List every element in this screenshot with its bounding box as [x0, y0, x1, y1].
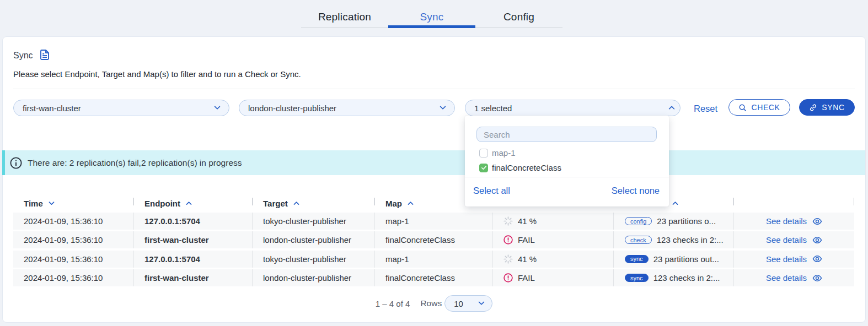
operation-badge: sync [625, 255, 649, 263]
tab-bar: Replication Sync Config [301, 0, 562, 28]
spinner-icon [503, 216, 513, 226]
map-option-finalconcreteclass[interactable]: finalConcreteClass [479, 163, 561, 172]
option-label: map-1 [492, 148, 516, 157]
table-row: 2024-01-09, 15:36:10 127.0.0.1:5704 toky… [13, 251, 854, 268]
table-header-row: Time Endpoint Target Map [13, 194, 854, 213]
map-option-map-1[interactable]: map-1 [479, 148, 516, 157]
chevron-down-icon [213, 104, 221, 112]
tab-sync[interactable]: Sync [388, 0, 475, 28]
cell-map: map-1 [375, 213, 493, 230]
column-label: Endpoint [144, 199, 180, 208]
operation-text: 123 checks in 2:... [657, 235, 724, 244]
tab-label: Replication [318, 11, 371, 23]
tab-config[interactable]: Config [475, 0, 562, 28]
cell-map: finalConcreteClass [375, 231, 493, 248]
column-header-time[interactable]: Time [13, 194, 134, 213]
cell-endpoint: first-wan-cluster [134, 231, 253, 248]
sort-asc-icon [185, 200, 192, 207]
check-button[interactable]: CHECK [728, 99, 790, 116]
eye-icon[interactable] [812, 235, 822, 245]
cell-endpoint: first-wan-cluster [134, 269, 253, 286]
search-input[interactable] [476, 127, 657, 142]
sync-button-label: SYNC [822, 103, 844, 112]
column-label: Time [24, 199, 43, 208]
search-icon [738, 104, 747, 112]
tab-replication[interactable]: Replication [301, 0, 388, 28]
select-all-link[interactable]: Select all [473, 186, 510, 196]
rows-per-page-label: Rows [420, 298, 442, 308]
eye-icon[interactable] [812, 216, 822, 226]
divider [465, 177, 669, 177]
operation-text: 123 checks in 2:... [653, 273, 720, 282]
cell-operation: sync 23 partitions out... [614, 251, 734, 268]
pagination: 1 – 4 of 4 Rows 10 [3, 295, 865, 312]
sort-asc-icon [672, 200, 679, 207]
info-icon [10, 157, 22, 169]
reset-button[interactable]: Reset [694, 104, 717, 114]
status-label: FAIL [518, 273, 535, 282]
map-select[interactable]: 1 selected [465, 100, 681, 116]
cell-endpoint: 127.0.0.1:5704 [134, 251, 253, 268]
see-details-link[interactable]: See details [766, 235, 807, 244]
target-select[interactable]: london-cluster-publisher [239, 100, 455, 116]
divider [13, 89, 855, 89]
column-header-details[interactable] [734, 194, 854, 213]
target-select-value: london-cluster-publisher [248, 104, 439, 113]
cell-target: tokyo-cluster-publisher [253, 251, 375, 268]
sort-desc-icon [48, 200, 55, 207]
spinner-icon [503, 254, 513, 264]
panel-description: Please select Endpoint, Target and Map(s… [13, 69, 301, 79]
sort-asc-icon [293, 200, 300, 207]
operation-badge: config [625, 217, 652, 225]
table-row: 2024-01-09, 15:36:10 first-wan-cluster l… [13, 269, 854, 286]
status-label: 41 % [518, 216, 537, 226]
eye-icon[interactable] [812, 254, 822, 264]
cell-time: 2024-01-09, 15:36:10 [13, 269, 134, 286]
cell-time: 2024-01-09, 15:36:10 [13, 251, 134, 268]
endpoint-select[interactable]: first-wan-cluster [13, 100, 229, 116]
operation-text: 23 partitions o... [657, 216, 716, 226]
error-icon [503, 235, 513, 244]
column-header-endpoint[interactable]: Endpoint [134, 194, 253, 213]
endpoint-select-value: first-wan-cluster [23, 104, 213, 113]
checkbox-checked[interactable] [479, 164, 488, 172]
rows-per-page-value: 10 [454, 299, 478, 308]
tab-label: Sync [420, 11, 443, 23]
eye-icon[interactable] [812, 273, 822, 283]
cell-time: 2024-01-09, 15:36:10 [13, 213, 134, 230]
link-icon [809, 104, 817, 112]
document-icon [40, 50, 50, 60]
cell-details: See details [734, 213, 854, 230]
see-details-link[interactable]: See details [766, 216, 807, 226]
sync-panel: Sync Please select Endpoint, Target and … [2, 36, 866, 323]
cell-map: map-1 [375, 251, 493, 268]
rows-per-page-select[interactable]: 10 [444, 295, 492, 312]
cell-operation: sync 123 checks in 2:... [614, 269, 734, 286]
chevron-down-icon [478, 300, 485, 307]
option-label: finalConcreteClass [492, 163, 561, 172]
see-details-link[interactable]: See details [766, 254, 807, 264]
cell-operation: config 23 partitions o... [614, 213, 734, 230]
status-label: 41 % [518, 254, 537, 264]
select-none-link[interactable]: Select none [612, 186, 660, 196]
status-label: FAIL [518, 235, 535, 244]
chevron-down-icon [439, 104, 447, 112]
cell-details: See details [734, 251, 854, 268]
error-icon [503, 273, 513, 282]
see-details-link[interactable]: See details [766, 273, 807, 282]
sort-asc-icon [407, 200, 414, 207]
checkbox-unchecked[interactable] [479, 149, 488, 157]
cell-status: 41 % [493, 251, 614, 268]
cell-endpoint: 127.0.0.1:5704 [134, 213, 253, 230]
check-icon [481, 165, 487, 171]
column-label: Target [263, 199, 288, 208]
cell-map: finalConcreteClass [375, 269, 493, 286]
column-header-target[interactable]: Target [253, 194, 375, 213]
cell-details: See details [734, 231, 854, 248]
replications-table: Time Endpoint Target Map 2024-01 [13, 194, 854, 289]
map-dropdown-panel: map-1 finalConcreteClass Select all Sele… [465, 116, 669, 207]
sync-button[interactable]: SYNC [799, 99, 855, 116]
table-row: 2024-01-09, 15:36:10 127.0.0.1:5704 toky… [13, 213, 854, 230]
cell-operation: check 123 checks in 2:... [614, 231, 734, 248]
column-label: Map [385, 199, 402, 208]
